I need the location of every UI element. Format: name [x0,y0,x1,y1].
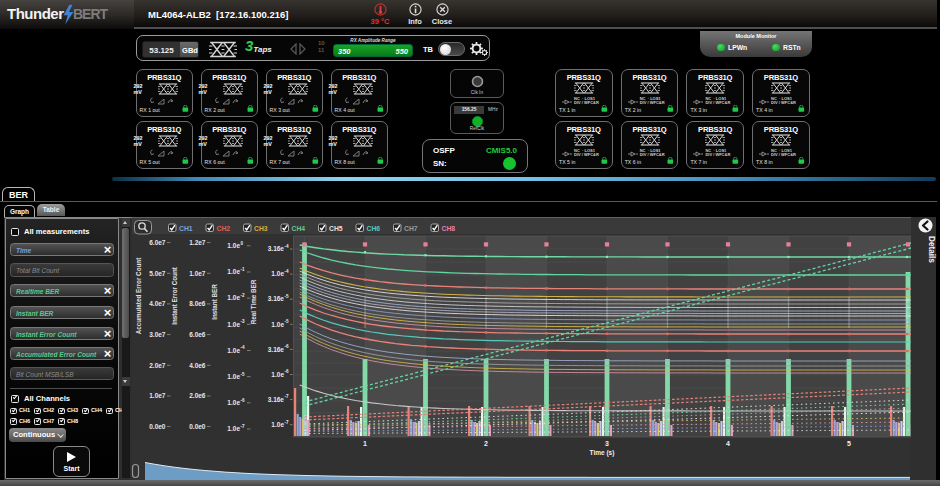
svg-text:-4: -4 [285,269,290,274]
svg-text:1.2e7: 1.2e7 [189,239,206,246]
svg-text:2: 2 [484,440,488,447]
svg-text:-7: -7 [241,424,246,429]
svg-text:1.0e: 1.0e [271,421,284,428]
svg-text:1.0e: 1.0e [271,321,284,328]
svg-text:3.16e: 3.16e [268,346,285,353]
svg-text:1.0e7: 1.0e7 [149,392,166,399]
svg-text:4: 4 [726,440,730,447]
svg-text:3: 3 [605,440,609,447]
svg-text:0: 0 [241,241,244,246]
svg-text:-6: -6 [285,369,290,374]
svg-text:1: 1 [363,440,367,447]
svg-text:CH8: CH8 [442,225,456,232]
svg-text:3.16e: 3.16e [268,245,285,252]
svg-text:Real Time BER: Real Time BER [250,279,257,324]
svg-text:1.0e: 1.0e [227,425,240,432]
svg-text:CH2: CH2 [217,225,231,232]
svg-text:3.0e7: 3.0e7 [149,331,166,338]
svg-text:-4: -4 [285,244,290,249]
svg-text:-6: -6 [285,344,290,349]
svg-text:-5: -5 [285,294,290,299]
svg-text:3.16e: 3.16e [268,295,285,302]
svg-text:Time (s): Time (s) [590,449,615,457]
svg-text:1.0e7: 1.0e7 [189,270,206,277]
svg-text:CH7: CH7 [404,225,418,232]
svg-text:-3: -3 [241,319,246,324]
svg-text:-4: -4 [241,345,246,350]
svg-text:Instant BER: Instant BER [211,284,218,320]
svg-text:CH4: CH4 [292,225,306,232]
svg-text:5: 5 [847,440,851,447]
svg-text:-5: -5 [241,372,246,377]
svg-text:1.0e: 1.0e [227,399,240,406]
svg-text:2.0e7: 2.0e7 [149,362,166,369]
svg-text:CH5: CH5 [329,225,343,232]
svg-text:1.0e: 1.0e [227,268,240,275]
svg-text:1.0e: 1.0e [227,294,240,301]
svg-text:1.0e: 1.0e [271,270,284,277]
svg-text:0.0e0: 0.0e0 [189,423,206,430]
svg-text:CH3: CH3 [254,225,268,232]
svg-text:1.0e: 1.0e [271,371,284,378]
svg-text:1.0e: 1.0e [227,321,240,328]
svg-text:1.0e: 1.0e [227,373,240,380]
svg-text:CH1: CH1 [179,225,193,232]
svg-text:4.0e6: 4.0e6 [189,362,206,369]
svg-text:-2: -2 [241,293,246,298]
svg-text:-7: -7 [285,420,290,425]
svg-text:CH6: CH6 [367,225,381,232]
svg-text:6.0e6: 6.0e6 [189,331,206,338]
svg-text:8.0e6: 8.0e6 [189,300,206,307]
svg-text:-7: -7 [285,394,290,399]
svg-text:-6: -6 [241,398,246,403]
svg-text:3.16e: 3.16e [268,396,285,403]
svg-text:1.0e: 1.0e [227,242,240,249]
svg-text:2.0e6: 2.0e6 [189,392,206,399]
svg-text:4.0e7: 4.0e7 [149,300,166,307]
svg-text:6.0e7: 6.0e7 [149,239,166,246]
svg-text:Instant Error Count: Instant Error Count [171,266,178,325]
svg-text:5.0e7: 5.0e7 [149,270,166,277]
svg-text:-5: -5 [285,319,290,324]
svg-text:-1: -1 [241,267,246,272]
svg-text:0.0e0: 0.0e0 [149,423,166,430]
svg-text:Details: Details [927,236,936,263]
svg-text:Accumulated Error Count: Accumulated Error Count [135,257,142,335]
svg-text:1.0e: 1.0e [227,347,240,354]
